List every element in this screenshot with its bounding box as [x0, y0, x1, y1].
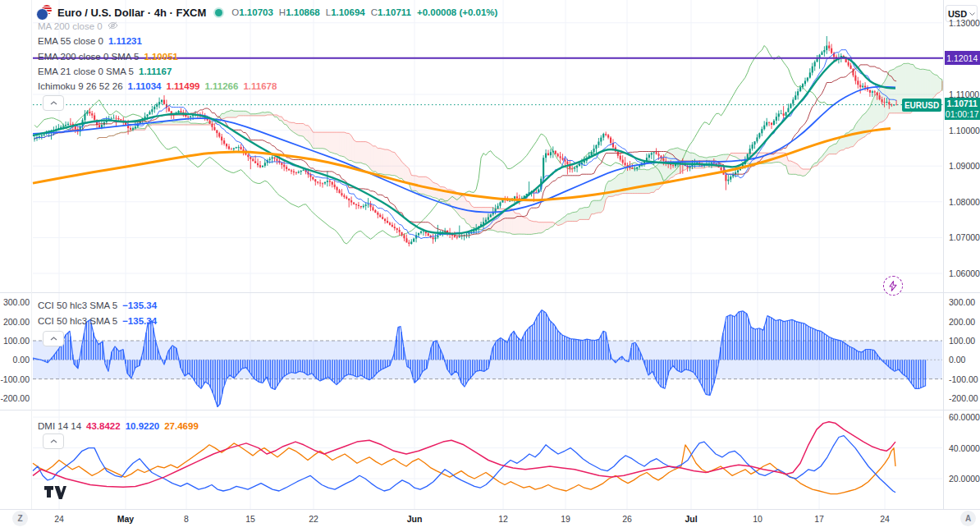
tradingview-logo[interactable]	[44, 486, 66, 502]
auto-scale-button[interactable]: A	[960, 511, 976, 526]
collapse-cci-pane-button[interactable]	[43, 331, 64, 346]
time-label: 12	[498, 514, 508, 524]
lightning-trade-button[interactable]	[883, 276, 903, 296]
price-axis-label: 1.07000	[944, 232, 980, 242]
collapse-main-pane-button[interactable]	[43, 95, 64, 111]
legend-dmi[interactable]: DMI 14 14 43.8422 10.9220 27.4699	[38, 420, 199, 433]
tradingview-chart-window: Euro / U.S. Dollar · 4h · FXCM O1.10703 …	[0, 0, 980, 532]
time-label: 15	[245, 514, 255, 524]
chevron-up-icon	[50, 439, 57, 443]
cci-axis-label-left: 100.00	[0, 336, 30, 346]
horizontal-line-price-badge: 1.12014	[945, 51, 980, 65]
time-label: 24	[54, 514, 64, 524]
time-label: 24	[880, 514, 890, 524]
time-label: Jun	[407, 514, 423, 524]
countdown-timer: 01:00:17	[946, 109, 979, 120]
price-axis-label: 1.10000	[944, 126, 980, 135]
legend-cci-1[interactable]: CCI 50 hlc3 SMA 5 −135.34	[38, 299, 157, 312]
legend-cci-2[interactable]: CCI 50 hlc3 SMA 5 −135.34	[38, 314, 157, 328]
symbol-header: Euro / U.S. Dollar · 4h · FXCM O1.10703 …	[36, 4, 497, 21]
time-label: 26	[622, 514, 632, 524]
legend-ema21[interactable]: EMA 21 close 0 SMA 5 1.11167	[38, 65, 172, 78]
dmi-axis-label: 60.0000	[944, 412, 980, 422]
cci-axis-label: 0.00	[944, 355, 980, 365]
time-label: 19	[561, 514, 570, 524]
time-label: 22	[309, 514, 318, 524]
legend-ema55[interactable]: EMA 55 close 0 1.11231	[38, 34, 142, 48]
cci-axis-label-left: -100.00	[0, 374, 30, 384]
time-label: Jul	[685, 514, 697, 524]
cci-axis-label-left: -200.00	[0, 393, 30, 403]
chevron-up-icon	[50, 101, 57, 105]
cci-axis-label: -200.00	[944, 393, 980, 403]
time-label: 8	[184, 514, 189, 524]
price-axis-label: 1.13000	[944, 18, 980, 28]
cci-axis-label-left: 300.00	[0, 297, 30, 307]
open-value: 1.10703	[239, 7, 273, 17]
price-scale[interactable]	[944, 0, 980, 509]
legend-ema200[interactable]: EMA 200 close 0 SMA 5 1.10051	[38, 50, 178, 63]
legend-ma200[interactable]: MA 200 close 0	[38, 20, 118, 33]
low-value: 1.10694	[331, 7, 365, 17]
price-axis-label: 1.11000	[944, 89, 980, 99]
high-value: 1.10868	[286, 7, 320, 17]
symbol-title[interactable]: Euro / U.S. Dollar · 4h · FXCM	[57, 7, 206, 19]
change-value: +0.00008 (+0.01%)	[417, 7, 497, 17]
time-label: 10	[753, 514, 762, 524]
price-axis-label: 1.06000	[944, 268, 980, 278]
time-label: May	[117, 514, 134, 524]
price-axis-label: 1.08000	[944, 197, 980, 207]
cci-axis-label: 100.00	[944, 336, 980, 346]
price-axis-label: 1.09000	[944, 161, 980, 171]
symbol-price-tag: EURUSD	[902, 99, 941, 112]
dmi-axis-label: 20.0000	[944, 474, 980, 484]
time-scale[interactable]: 24May81522Jun121926Jul101724	[0, 510, 980, 532]
close-value: 1.10711	[378, 7, 411, 17]
eye-off-icon[interactable]	[108, 21, 118, 32]
ohlc-values: O1.10703 H1.10868 L1.10694 C1.10711 +0.0…	[231, 7, 497, 17]
cci-axis-label: 200.00	[944, 317, 980, 327]
market-status-dot[interactable]	[215, 9, 222, 16]
lightning-bolt-icon	[889, 281, 897, 291]
cci-axis-label: 300.00	[944, 297, 980, 307]
last-price-badge: 1.10711 01:00:17	[945, 98, 980, 120]
dmi-axis-label: 40.0000	[944, 443, 980, 453]
cci-axis-label-left: 200.00	[0, 317, 30, 327]
cci-axis-label: -100.00	[944, 374, 980, 384]
symbol-pair-icon	[36, 5, 52, 21]
time-label: 17	[814, 514, 824, 524]
collapse-dmi-pane-button[interactable]	[43, 433, 64, 449]
chevron-up-icon	[50, 337, 57, 341]
timezone-button[interactable]: Z	[12, 511, 28, 526]
chevron-down-icon	[969, 12, 975, 16]
legend-ichimoku[interactable]: Ichimoku 9 26 52 26 1.11034 1.11499 1.11…	[38, 80, 277, 93]
cci-axis-label-left: 0.00	[0, 355, 30, 365]
